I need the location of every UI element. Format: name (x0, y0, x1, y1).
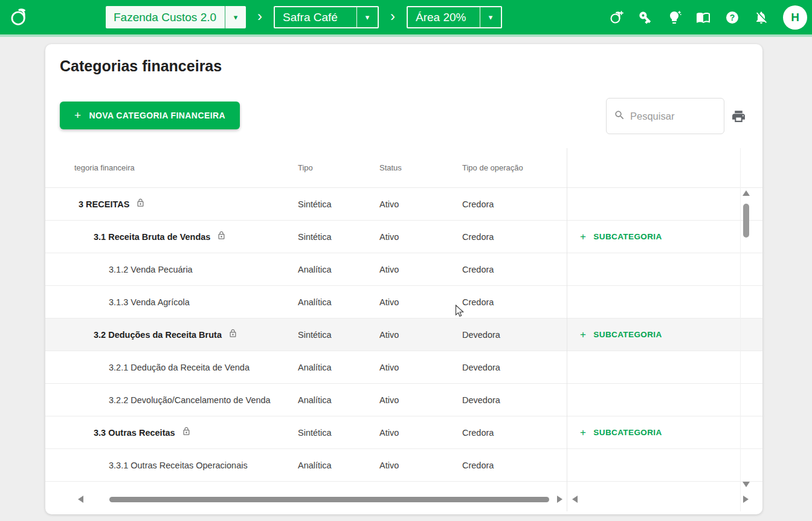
content-card: Categorias financeiras + NOVA CATEGORIA … (45, 44, 762, 514)
scroll-left-arrow[interactable] (78, 496, 83, 503)
operation-cell: Credora (462, 253, 494, 286)
table-row[interactable]: 3 RECEITAS Sintética Ativo Credora + SUB… (45, 188, 762, 221)
table-row[interactable]: 3.1.3 Venda Agrícola Analítica Ativo Cre… (45, 286, 762, 319)
type-cell: Sintética (298, 188, 332, 221)
area-dropdown-label: Área 20% (408, 11, 480, 24)
scroll-up-arrow[interactable] (743, 190, 750, 196)
status-cell: Ativo (379, 253, 399, 286)
horizontal-scrollbar-actions[interactable] (570, 495, 751, 503)
type-cell: Analítica (298, 384, 332, 416)
operation-cell: Credora (462, 449, 494, 482)
status-cell: Ativo (379, 351, 399, 384)
vertical-scrollbar-thumb[interactable] (743, 204, 749, 238)
horizontal-scrollbar-thumb[interactable] (109, 497, 549, 502)
table-row[interactable]: 3.2 Deduções da Receita Bruta Sintética … (45, 319, 762, 351)
aegro-logo-icon[interactable] (8, 7, 28, 30)
lightbulb-idea-icon[interactable] (667, 10, 682, 25)
operation-cell: Credora (462, 286, 494, 319)
table-row[interactable]: 3.2.2 Devolução/Cancelamento de Venda An… (45, 384, 762, 416)
add-subcategory-label: SUBCATEGORIA (593, 330, 662, 339)
top-icons: ? H (609, 0, 807, 34)
print-button[interactable] (731, 109, 746, 126)
table-row[interactable]: 3.2.1 Dedução da Receita de Venda Analít… (45, 351, 762, 384)
lock-icon (228, 329, 237, 340)
column-header-operation: Tipo de operação (462, 163, 523, 172)
add-subcategory-label: SUBCATEGORIA (593, 428, 662, 437)
type-cell: Sintética (298, 319, 332, 351)
category-cell: 3.2.2 Devolução/Cancelamento de Venda (109, 384, 271, 416)
category-name: 3.2.1 Dedução da Receita de Venda (109, 363, 250, 372)
new-farm-icon[interactable] (609, 10, 624, 25)
column-header-type: Tipo (298, 163, 313, 172)
area-dropdown[interactable]: Área 20% ▾ (407, 6, 502, 28)
operation-cell: Devedora (462, 384, 500, 416)
category-cell: 3.2.1 Dedução da Receita de Venda (109, 351, 250, 383)
horizontal-scrollbar-main[interactable] (76, 495, 565, 503)
vertical-scrollbar[interactable] (742, 190, 750, 490)
breadcrumb: Fazenda Custos 2.0 ▾ › Safra Café ▾ › Ár… (106, 6, 502, 28)
search-box[interactable] (606, 98, 724, 134)
chevron-down-icon: ▾ (357, 13, 378, 22)
category-name: 3.1.3 Venda Agrícola (109, 297, 190, 307)
category-name: 3.2.2 Devolução/Cancelamento de Venda (109, 395, 271, 405)
add-subcategory-button[interactable]: + SUBCATEGORIA (580, 427, 662, 439)
category-cell: 3.3 Outras Receitas (94, 416, 191, 448)
scroll-down-arrow[interactable] (743, 482, 750, 487)
svg-text:?: ? (730, 13, 735, 22)
plus-icon: + (74, 109, 82, 122)
add-subcategory-button[interactable]: + SUBCATEGORIA (580, 329, 662, 341)
operation-cell: Devedora (462, 351, 500, 384)
type-cell: Analítica (298, 351, 332, 384)
add-subcategory-label: SUBCATEGORIA (593, 232, 662, 241)
column-header-category: tegoria financeira (74, 163, 135, 172)
search-icon (614, 109, 625, 123)
knowledge-book-icon[interactable] (696, 10, 710, 25)
farm-dropdown[interactable]: Fazenda Custos 2.0 ▾ (106, 6, 246, 28)
lock-icon (182, 427, 191, 438)
notifications-off-icon[interactable] (754, 10, 768, 25)
category-name: 3.1.2 Venda Pecuária (109, 265, 193, 274)
category-cell: 3.1 Receita Bruta de Vendas (94, 221, 226, 253)
breadcrumb-separator: › (379, 8, 407, 27)
breadcrumb-separator: › (246, 8, 274, 27)
scroll-right-arrow[interactable] (557, 496, 562, 503)
key-icon[interactable] (638, 10, 652, 25)
type-cell: Sintética (298, 416, 332, 449)
status-cell: Ativo (379, 286, 399, 319)
season-dropdown[interactable]: Safra Café ▾ (274, 6, 379, 28)
new-category-button[interactable]: + NOVA CATEGORIA FINANCEIRA (60, 102, 240, 129)
new-category-label: NOVA CATEGORIA FINANCEIRA (89, 111, 225, 120)
top-bar: Fazenda Custos 2.0 ▾ › Safra Café ▾ › Ár… (0, 0, 812, 34)
table-row[interactable]: 3.1.2 Venda Pecuária Analítica Ativo Cre… (45, 253, 762, 286)
help-icon[interactable]: ? (725, 10, 740, 25)
type-cell: Analítica (298, 449, 332, 482)
category-cell: 3.2 Deduções da Receita Bruta (94, 319, 237, 351)
table-header: tegoria financeira Tipo Status Tipo de o… (45, 148, 762, 188)
status-cell: Ativo (379, 319, 399, 351)
scroll-right-arrow[interactable] (743, 496, 749, 503)
category-cell: 3.1.3 Venda Agrícola (109, 286, 190, 318)
type-cell: Sintética (298, 221, 332, 253)
lock-icon (217, 231, 226, 242)
table-row[interactable]: 3.3.1 Outras Receitas Operacionais Analí… (45, 449, 762, 482)
user-avatar[interactable]: H (783, 5, 807, 30)
operation-cell: Credora (462, 416, 494, 449)
category-name: 3.3 Outras Receitas (94, 428, 175, 438)
status-cell: Ativo (379, 449, 399, 482)
category-name: 3 RECEITAS (79, 199, 129, 209)
status-cell: Ativo (379, 416, 399, 449)
chevron-down-icon: ▾ (480, 13, 501, 22)
chevron-down-icon: ▾ (225, 13, 246, 22)
type-cell: Analítica (298, 286, 332, 319)
plus-icon: + (580, 329, 586, 341)
status-cell: Ativo (379, 188, 399, 221)
page-title: Categorias financeiras (60, 57, 222, 75)
type-cell: Analítica (298, 253, 332, 286)
search-input[interactable] (630, 111, 709, 122)
add-subcategory-button[interactable]: + SUBCATEGORIA (580, 231, 662, 243)
table-row[interactable]: 3.3 Outras Receitas Sintética Ativo Cred… (45, 416, 762, 449)
scroll-left-arrow[interactable] (572, 496, 578, 503)
category-cell: 3.3.1 Outras Receitas Operacionais (109, 449, 248, 481)
category-name: 3.3.1 Outras Receitas Operacionais (109, 461, 248, 470)
table-row[interactable]: 3.1 Receita Bruta de Vendas Sintética At… (45, 221, 762, 253)
